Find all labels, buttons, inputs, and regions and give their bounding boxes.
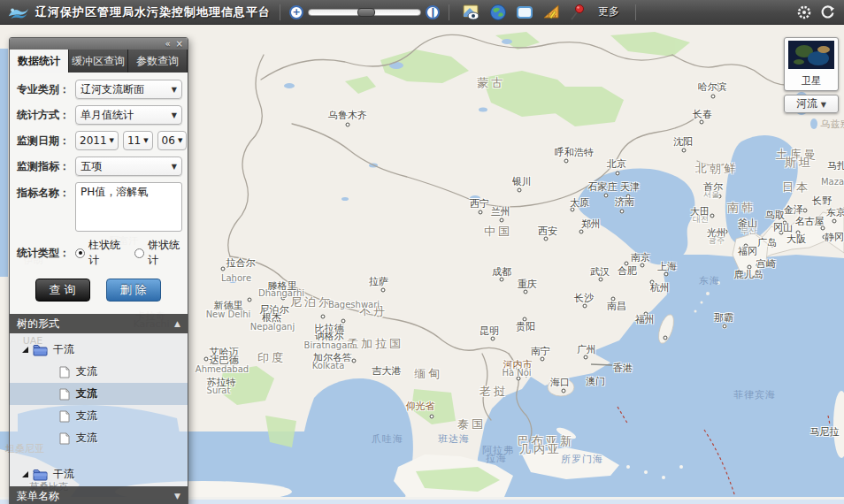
pie-stat-radio[interactable] [134, 248, 144, 258]
statistics-form: 专业类别： 辽河支流断面 ▼ 统计方式： 单月值统计 ▼ 监测日期： 2011 … [10, 73, 188, 314]
city-marker [479, 210, 483, 215]
refresh-icon[interactable] [820, 4, 835, 19]
pie-stat-label: 饼状统计 [148, 238, 182, 268]
measure-icon[interactable] [542, 4, 560, 21]
indicator-select[interactable]: 五项 ▼ [75, 157, 182, 176]
year-select[interactable]: 2011 ▼ [75, 131, 119, 150]
city-marker [823, 235, 827, 240]
tree-leaf-label: 支流 [76, 431, 97, 446]
city-marker [584, 355, 588, 360]
city-marker [346, 123, 350, 127]
header-bar: 辽河保护区管理局水污染控制地理信息平台 + ❙ 更多 [0, 0, 844, 25]
chevron-down-icon: ▼ [174, 492, 180, 500]
city-marker [616, 172, 620, 176]
city-marker [626, 195, 631, 199]
satellite-thumbnail [788, 41, 834, 69]
zoom-in-button[interactable]: + [289, 5, 303, 19]
city-marker [500, 218, 504, 223]
month-value: 11 [127, 134, 141, 147]
tree-node-mainstream-2[interactable]: 干流 [10, 463, 188, 485]
chevron-down-icon: ▼ [172, 86, 177, 94]
river-tree: 干流 支流 支流 支流 [10, 333, 188, 486]
divider [280, 4, 280, 20]
tree-leaf-tributary[interactable]: 支流 [10, 427, 188, 449]
chevron-down-icon: ▼ [143, 137, 148, 144]
tab-data-statistics[interactable]: 数据统计 [10, 50, 69, 73]
query-button[interactable]: 查 询 [35, 279, 90, 302]
method-select[interactable]: 单月值统计 ▼ [75, 105, 182, 125]
tree-section-title: 树的形式 [17, 317, 59, 332]
city-marker [599, 278, 603, 282]
category-value: 辽河支流断面 [81, 82, 144, 97]
month-select[interactable]: 11 ▼ [123, 131, 153, 150]
city-marker [248, 298, 252, 302]
tree-node-label: 干流 [53, 467, 74, 482]
chevron-down-icon: ▼ [110, 137, 114, 144]
city-marker [541, 357, 545, 362]
more-button[interactable]: 更多 [598, 4, 619, 19]
zoom-slider[interactable] [308, 9, 421, 16]
tree-node-label: 干流 [53, 342, 74, 357]
city-marker [821, 226, 825, 231]
page-icon [59, 432, 70, 445]
index-name-textarea[interactable]: PH值，溶解氧 [75, 182, 182, 232]
city-marker [756, 263, 761, 268]
city-marker [381, 288, 386, 293]
settings-icon[interactable] [797, 5, 811, 19]
tree-section-header[interactable]: 树的形式 ▲ [10, 314, 188, 333]
tree-leaf-label: 支流 [76, 409, 97, 424]
close-panel-icon[interactable]: × [176, 40, 183, 49]
tree-expander-icon[interactable] [22, 347, 28, 353]
date-label: 监测日期： [13, 134, 70, 149]
extent-icon[interactable] [516, 4, 533, 21]
map-layers-icon[interactable] [463, 4, 480, 21]
index-name-label: 指标名称： [13, 186, 70, 201]
panel-grip: « × [10, 38, 188, 50]
tree-node-mainstream[interactable]: 干流 [10, 339, 188, 361]
menu-section-header[interactable]: 菜单名称 ▼ [10, 486, 188, 504]
day-select[interactable]: 06 ▼ [157, 131, 188, 150]
city-marker [711, 95, 716, 99]
city-marker [700, 120, 704, 125]
city-marker [710, 214, 715, 218]
city-marker [650, 280, 655, 285]
satellite-label: 卫星 [787, 74, 835, 88]
rivers-label: 河流 [796, 97, 817, 110]
divider [449, 4, 449, 20]
city-marker [812, 431, 817, 435]
tree-leaf-label: 支流 [76, 386, 97, 401]
stat-type-options: 柱状统计 饼状统计 [75, 238, 182, 268]
city-marker [724, 230, 728, 234]
tree-leaf-tributary[interactable]: 支流 [10, 361, 188, 383]
tree-leaf-tributary[interactable]: 支流 [10, 405, 188, 427]
delete-button[interactable]: 删 除 [106, 279, 161, 302]
chevron-up-icon: ▲ [174, 319, 180, 328]
city-marker [723, 325, 727, 329]
city-marker [664, 272, 669, 277]
city-marker [524, 290, 528, 294]
tree-leaf-tributary-selected[interactable]: 支流 [10, 383, 188, 405]
bar-stat-radio[interactable] [75, 248, 85, 258]
rivers-layer-button[interactable]: 河流 ▼ [784, 95, 839, 113]
city-marker [779, 231, 784, 235]
bar-stat-label: 柱状统计 [88, 238, 123, 268]
indicator-label: 监测指标： [13, 159, 70, 174]
city-marker [625, 262, 629, 266]
tree-expander-icon[interactable] [22, 471, 28, 477]
city-marker [611, 297, 616, 302]
city-marker [352, 359, 357, 363]
pushpin-icon[interactable] [569, 4, 587, 21]
city-marker [783, 221, 787, 225]
tab-buffer-query[interactable]: 缓冲区查询 [69, 50, 128, 73]
city-marker [620, 210, 625, 214]
satellite-basemap-button[interactable]: 卫星 [784, 37, 839, 91]
globe-icon[interactable] [489, 4, 507, 21]
zoom-slider-thumb[interactable] [357, 8, 375, 17]
city-marker [564, 159, 569, 164]
app-title: 辽河保护区管理局水污染控制地理信息平台 [35, 4, 271, 20]
collapse-panel-icon[interactable]: « [165, 40, 170, 49]
day-value: 06 [162, 134, 175, 147]
category-select[interactable]: 辽河支流断面 ▼ [75, 80, 182, 99]
tab-parameter-query[interactable]: 参数查询 [128, 50, 188, 73]
zoom-full-button[interactable]: ❙ [426, 5, 440, 19]
